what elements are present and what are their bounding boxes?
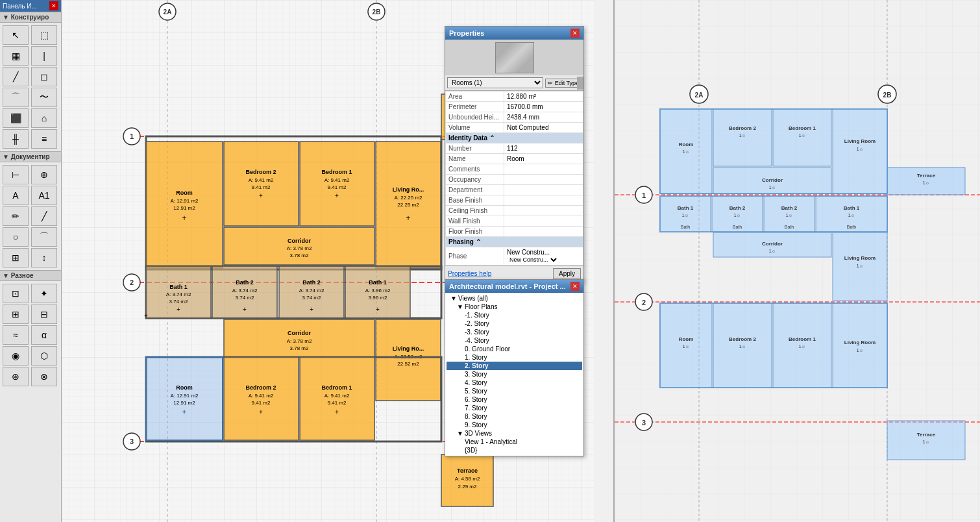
phase-dropdown[interactable]: New Constru... <box>507 256 559 264</box>
wall-button[interactable]: ▦ <box>3 46 29 66</box>
project-browser-close-button[interactable]: ✕ <box>570 282 580 291</box>
misc2-button[interactable]: ⊟ <box>31 304 57 324</box>
svg-text:3.96 m2: 3.96 m2 <box>369 295 387 301</box>
svg-text:A: 3.78 m2: A: 3.78 m2 <box>287 338 312 344</box>
tree-item-story-2[interactable]: 2. Story <box>447 362 582 370</box>
link-button[interactable]: ⊡ <box>3 284 29 303</box>
arc2-button[interactable]: ⌒ <box>31 227 57 247</box>
svg-text:A: 3.78 m2: A: 3.78 m2 <box>287 245 312 251</box>
tree-floor-plans[interactable]: ▼ Floor Plans <box>447 303 582 311</box>
arc-button[interactable]: ⌒ <box>3 88 29 107</box>
svg-text:1☼: 1☼ <box>799 344 805 349</box>
properties-help-link[interactable]: Properties help <box>448 270 491 277</box>
light-button[interactable]: ✦ <box>31 284 57 303</box>
select-tool-button[interactable]: ↖ <box>3 25 29 45</box>
tree-item-story-3[interactable]: 3. Story <box>447 370 582 379</box>
properties-close-button[interactable]: ✕ <box>570 29 580 38</box>
tree-item-story-8[interactable]: 8. Story <box>447 412 582 421</box>
svg-text:22.25 m2: 22.25 m2 <box>397 202 419 208</box>
tree-item-3d[interactable]: {3D} <box>447 446 582 454</box>
tree-3d-views-label: 3D Views <box>465 430 492 437</box>
tree-item-story-5[interactable]: 5. Story <box>447 387 582 395</box>
svg-text:3.74 m2: 3.74 m2 <box>236 295 254 301</box>
misc3-button[interactable]: ≈ <box>3 325 29 345</box>
svg-text:1: 1 <box>642 192 646 199</box>
tree-floor-plans-label: Floor Plans <box>465 303 498 310</box>
properties-apply-button[interactable]: Apply <box>553 268 581 279</box>
project-browser-header[interactable]: Architectural model.rvt - Project ... ✕ <box>445 280 583 293</box>
tree-item-story-9[interactable]: 9. Story <box>447 421 582 429</box>
svg-text:Bedroom 2: Bedroom 2 <box>729 336 756 342</box>
svg-rect-163 <box>833 303 887 388</box>
project-browser-title: Architectural model.rvt - Project ... <box>449 282 566 290</box>
tree-item-story-minus4[interactable]: -4. Story <box>447 336 582 345</box>
svg-text:1☼: 1☼ <box>848 213 855 218</box>
misc7-button[interactable]: ⊛ <box>3 367 29 386</box>
svg-text:A: 9.41 m2: A: 9.41 m2 <box>325 177 350 183</box>
svg-text:Living Room: Living Room <box>844 340 876 345</box>
misc8-button[interactable]: ⊗ <box>31 367 57 386</box>
tree-item-story-5-label: 5. Story <box>465 388 487 395</box>
level-button[interactable]: ↕ <box>31 248 57 267</box>
svg-rect-28 <box>300 142 374 226</box>
misc6-button[interactable]: ⬡ <box>31 346 57 366</box>
freehand-button[interactable]: 〜 <box>31 88 57 107</box>
svg-text:+: + <box>177 306 180 313</box>
prop-value-floorfinish <box>504 227 583 237</box>
room-type-dropdown[interactable]: Rooms (1) <box>447 77 543 88</box>
tag-button[interactable]: ⊞ <box>3 248 29 267</box>
prop-row-occupancy: Occupancy <box>446 175 583 185</box>
line-button[interactable]: ╱ <box>3 67 29 86</box>
tree-floor-plans-icon: ▼ <box>457 303 463 310</box>
misc1-button[interactable]: ⊞ <box>3 304 29 324</box>
svg-text:2B: 2B <box>883 92 892 99</box>
door-button[interactable]: | <box>31 46 57 66</box>
stair-button[interactable]: ≡ <box>31 129 57 149</box>
tree-item-story-4[interactable]: 4. Story <box>447 379 582 387</box>
roof-button[interactable]: ⌂ <box>31 108 57 128</box>
tree-views-all[interactable]: ▼ Views (all) <box>447 294 582 303</box>
prop-label-department: Department <box>446 185 504 195</box>
floor-button[interactable]: ⬛ <box>3 108 29 128</box>
tree-item-story-minus2[interactable]: -2. Story <box>447 319 582 328</box>
spot-dim-button[interactable]: ⊕ <box>31 165 57 184</box>
text-a1-button[interactable]: A1 <box>31 186 57 205</box>
tree-item-story-1[interactable]: 1. Story <box>447 353 582 362</box>
tree-item-story-7[interactable]: 7. Story <box>447 404 582 412</box>
tree-item-story-7-label: 7. Story <box>465 404 487 412</box>
circle-button[interactable]: ○ <box>3 227 29 247</box>
line2-button[interactable]: ╱ <box>31 206 57 226</box>
tree-item-story-minus3[interactable]: -3. Story <box>447 328 582 336</box>
svg-text:Room: Room <box>176 190 193 196</box>
tree-3d-views[interactable]: ▼ 3D Views <box>447 429 582 438</box>
svg-text:A: 4.58 m2: A: 4.58 m2 <box>455 476 480 482</box>
svg-text:1☼: 1☼ <box>769 249 776 253</box>
prop-row-ceilingfinish: Ceiling Finish <box>446 206 583 216</box>
rect-select-button[interactable]: ⬚ <box>31 25 57 45</box>
tree-item-story-minus1[interactable]: -1. Story <box>447 311 582 319</box>
svg-text:Bath 1: Bath 1 <box>844 205 860 211</box>
toolbar-close-button[interactable]: ✕ <box>49 1 58 10</box>
prop-label-floorfinish: Floor Finish <box>446 227 504 237</box>
tree-item-view1-analytical[interactable]: View 1 - Analytical <box>447 438 582 446</box>
svg-text:Living Ro...: Living Ro... <box>393 186 424 193</box>
dim-button[interactable]: ⊢ <box>3 165 29 184</box>
svg-text:9.41 m2: 9.41 m2 <box>328 400 347 406</box>
svg-text:A: 12.91 m2: A: 12.91 m2 <box>170 393 199 399</box>
properties-panel-header[interactable]: Properties ✕ <box>445 27 583 40</box>
svg-text:Bath 2: Bath 2 <box>302 279 321 286</box>
misc4-button[interactable]: α <box>31 325 57 345</box>
detail-button[interactable]: ✏ <box>3 206 29 226</box>
svg-text:12.91 m2: 12.91 m2 <box>173 400 195 406</box>
misc5-button[interactable]: ◉ <box>3 346 29 366</box>
edit-type-label: Edit Type <box>555 80 579 86</box>
toolbar-section-document: ▼ Документир <box>0 151 61 162</box>
tree-item-story-6[interactable]: 6. Story <box>447 395 582 404</box>
column-button[interactable]: ╫ <box>3 129 29 149</box>
svg-text:1☼: 1☼ <box>799 133 805 138</box>
rect-button[interactable]: ◻ <box>31 67 57 86</box>
properties-dropdown-area: Rooms (1) ✏ Edit Type <box>445 75 583 91</box>
tree-item-ground-floor[interactable]: 0. Ground Floor <box>447 345 582 353</box>
svg-text:1☼: 1☼ <box>683 149 689 154</box>
text-a-button[interactable]: A <box>3 186 29 205</box>
